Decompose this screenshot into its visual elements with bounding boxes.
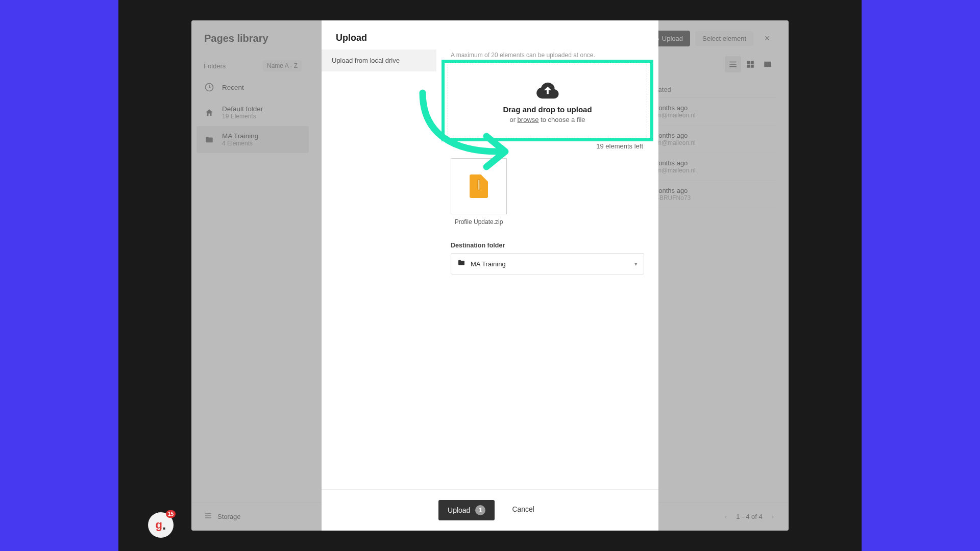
svg-rect-1 <box>729 62 737 63</box>
destination-label: Destination folder <box>451 242 644 249</box>
upload-dropzone[interactable]: Drag and drop to upload or browse to cho… <box>448 64 647 137</box>
view-grid-icon[interactable] <box>742 56 758 72</box>
clock-icon <box>204 82 215 93</box>
folder-sort-chip[interactable]: Name A - Z <box>263 60 302 71</box>
home-icon <box>204 107 215 118</box>
storage-button[interactable]: Storage <box>204 512 241 521</box>
upload-count-badge: 1 <box>475 505 485 515</box>
svg-rect-6 <box>747 65 750 68</box>
pagination: ‹ 1 - 4 of 4 › <box>723 513 776 520</box>
brand-badge: 15 <box>166 510 176 518</box>
elements-left-label: 19 elements left <box>452 142 643 150</box>
page-title: Pages library <box>204 33 268 44</box>
upload-source-local[interactable]: Upload from local drive <box>322 49 436 71</box>
modal-title: Upload <box>322 20 658 49</box>
svg-rect-11 <box>205 517 211 518</box>
svg-rect-7 <box>751 65 754 68</box>
folder-icon <box>204 134 215 145</box>
upload-hint: A maximum of 20 elements can be uploaded… <box>451 52 644 59</box>
sidebar: Folders Name A - Z Recent Default folder… <box>191 56 314 505</box>
folders-label: Folders <box>204 62 226 70</box>
sidebar-item-ma-training[interactable]: MA Training4 Elements <box>197 126 309 153</box>
upload-modal: Upload Upload from local drive A maximum… <box>322 20 658 531</box>
svg-rect-2 <box>729 64 737 65</box>
svg-rect-10 <box>205 515 211 516</box>
chevron-down-icon: ▾ <box>634 261 638 267</box>
dropzone-title: Drag and drop to upload <box>503 105 592 114</box>
svg-rect-4 <box>747 61 750 64</box>
cancel-button[interactable]: Cancel <box>505 500 542 520</box>
view-list-icon[interactable] <box>725 56 741 72</box>
browse-link[interactable]: browse <box>518 116 539 123</box>
folder-icon <box>457 259 465 269</box>
sidebar-item-recent[interactable]: Recent <box>197 76 309 99</box>
close-page-button[interactable]: × <box>758 30 776 47</box>
select-element-button[interactable]: Select element <box>695 31 753 46</box>
menu-icon <box>204 512 212 521</box>
brand-logo[interactable]: g. 15 <box>148 512 174 538</box>
cloud-upload-icon <box>536 82 559 101</box>
zip-file-icon <box>470 174 488 198</box>
svg-rect-8 <box>764 62 771 67</box>
svg-rect-9 <box>205 513 211 514</box>
svg-rect-5 <box>751 61 754 64</box>
svg-rect-3 <box>729 66 737 67</box>
confirm-upload-button[interactable]: Upload 1 <box>438 500 495 520</box>
uploaded-file-name: Profile Update.zip <box>455 218 503 226</box>
view-card-icon[interactable] <box>760 56 776 72</box>
destination-folder-select[interactable]: MA Training ▾ <box>451 253 644 274</box>
sidebar-item-default-folder[interactable]: Default folder19 Elements <box>197 99 309 126</box>
app-window: Pages library Upload Select element × Fo… <box>191 20 789 531</box>
uploaded-file-card[interactable]: Profile Update.zip <box>451 158 507 226</box>
next-page-button[interactable]: › <box>770 513 776 520</box>
prev-page-button[interactable]: ‹ <box>723 513 729 520</box>
dropzone-subtitle: or browse to choose a file <box>509 116 585 123</box>
